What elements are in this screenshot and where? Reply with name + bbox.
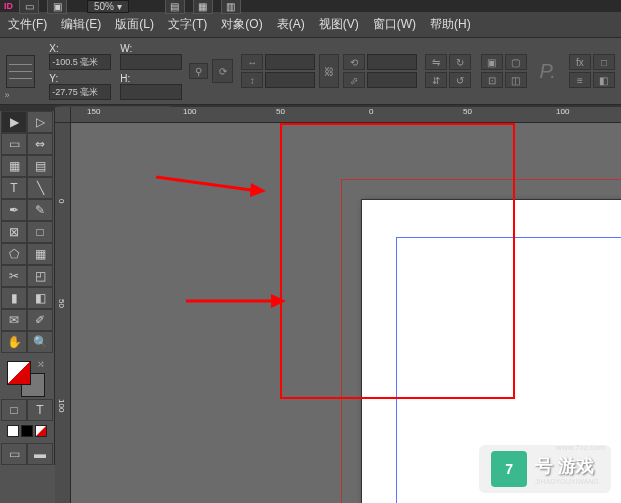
zoom-value: 50% bbox=[94, 1, 114, 12]
watermark-logo: 7 bbox=[491, 451, 527, 487]
apply-text-button[interactable]: T bbox=[27, 399, 53, 421]
fit-frame-icon[interactable]: ▢ bbox=[505, 54, 527, 70]
ruler-v-tick: 100 bbox=[57, 399, 66, 412]
menu-help[interactable]: 帮助(H) bbox=[430, 16, 471, 33]
menu-layout[interactable]: 版面(L) bbox=[115, 16, 154, 33]
menu-bar: 文件(F) 编辑(E) 版面(L) 文字(T) 对象(O) 表(A) 视图(V)… bbox=[0, 12, 621, 38]
default-fill-swatch[interactable] bbox=[7, 425, 19, 437]
eyedropper-tool[interactable]: ✐ bbox=[27, 309, 53, 331]
menu-table[interactable]: 表(A) bbox=[277, 16, 305, 33]
horizontal-ruler[interactable]: 150 100 50 0 50 100 bbox=[71, 107, 621, 123]
ruler-h-tick: 100 bbox=[183, 107, 196, 116]
ruler-h-tick: 150 bbox=[87, 107, 100, 116]
ruler-origin[interactable] bbox=[55, 107, 71, 123]
scale-y-input[interactable] bbox=[265, 72, 315, 88]
note-tool[interactable]: ✉ bbox=[1, 309, 27, 331]
watermark-text: 号 游戏 bbox=[535, 454, 599, 478]
fit-content-icon[interactable]: ▣ bbox=[481, 54, 503, 70]
menu-file[interactable]: 文件(F) bbox=[8, 16, 47, 33]
reference-point-grid[interactable] bbox=[6, 55, 35, 88]
stroke-icon[interactable]: □ bbox=[593, 54, 615, 70]
line-tool[interactable]: ╲ bbox=[27, 177, 53, 199]
direct-selection-tool[interactable]: ▷ bbox=[27, 111, 53, 133]
default-stroke-swatch[interactable] bbox=[21, 425, 33, 437]
ruler-h-tick: 50 bbox=[276, 107, 285, 116]
zoom-level-dropdown[interactable]: 50% ▾ bbox=[87, 0, 129, 13]
control-bar: X: W: Y: H: ⚲ ⟳ ↔ ↕ ⛓ ⟲ ⬀ ⇋↻ ⇵↺ ▣▢ ⊡◫ P.… bbox=[0, 38, 621, 105]
svg-marker-1 bbox=[250, 183, 266, 197]
constrain-icon[interactable]: ⛓ bbox=[319, 54, 338, 88]
canvas-area[interactable]: 7 号 游戏 JIHAOYOUXIWANG www.7xz.com bbox=[71, 123, 621, 503]
apply-color-button[interactable]: □ bbox=[1, 399, 27, 421]
rectangle-frame-tool[interactable]: ⊠ bbox=[1, 221, 27, 243]
toolbox: ▶▷ ▭⇔ ▦▤ T╲ ✒✎ ⊠□ ⬠▦ ✂◰ ▮◧ ✉✐ ✋🔍 ⤮ □T ▭▬ bbox=[0, 111, 55, 465]
svg-marker-3 bbox=[271, 294, 286, 308]
screen-mode-button[interactable]: ▣ bbox=[47, 0, 67, 14]
x-input[interactable] bbox=[49, 54, 111, 70]
normal-view-button[interactable]: ▭ bbox=[1, 443, 27, 465]
y-input[interactable] bbox=[49, 84, 111, 100]
free-transform-tool[interactable]: ◰ bbox=[27, 265, 53, 287]
ruler-v-tick: 0 bbox=[57, 199, 66, 203]
center-content-icon[interactable]: ⊡ bbox=[481, 72, 503, 88]
align-left-button[interactable]: ▤ bbox=[165, 0, 185, 14]
scale-y-icon[interactable]: ↕ bbox=[241, 72, 263, 88]
document-workspace: 150 100 50 0 50 100 0 50 100 7 号 游戏 JIHA… bbox=[55, 107, 621, 503]
fill-frame-icon[interactable]: ◫ bbox=[505, 72, 527, 88]
rotation-angle-icon[interactable]: ⟲ bbox=[343, 54, 365, 70]
fill-stroke-swatch[interactable]: ⤮ bbox=[5, 359, 49, 399]
vertical-ruler[interactable]: 0 50 100 bbox=[55, 123, 71, 503]
flip-h-icon[interactable]: ⇋ bbox=[425, 54, 447, 70]
align-right-button[interactable]: ▥ bbox=[221, 0, 241, 14]
toolbox-collapse-icon[interactable]: » bbox=[0, 90, 14, 100]
gradient-swatch-tool[interactable]: ▮ bbox=[1, 287, 27, 309]
menu-type[interactable]: 文字(T) bbox=[168, 16, 207, 33]
menu-edit[interactable]: 编辑(E) bbox=[61, 16, 101, 33]
link-wh-icon[interactable]: ⚲ bbox=[189, 63, 208, 79]
hand-tool[interactable]: ✋ bbox=[1, 331, 27, 353]
none-swatch[interactable] bbox=[35, 425, 47, 437]
shear-icon[interactable]: ⬀ bbox=[343, 72, 365, 88]
pencil-tool[interactable]: ✎ bbox=[27, 199, 53, 221]
watermark-url: www.7xz.com bbox=[556, 443, 605, 452]
scale-x-input[interactable] bbox=[265, 54, 315, 70]
content-placer-tool[interactable]: ▤ bbox=[27, 155, 53, 177]
scissors-tool[interactable]: ✂ bbox=[1, 265, 27, 287]
swap-fill-stroke-icon[interactable]: ⤮ bbox=[37, 359, 45, 369]
fill-swatch[interactable] bbox=[7, 361, 31, 385]
menu-window[interactable]: 窗口(W) bbox=[373, 16, 416, 33]
effects-icon[interactable]: fx bbox=[569, 54, 591, 70]
pen-tool[interactable]: ✒ bbox=[1, 199, 27, 221]
h-input[interactable] bbox=[120, 84, 182, 100]
y-label: Y: bbox=[49, 73, 58, 84]
rectangle-tool[interactable]: □ bbox=[27, 221, 53, 243]
rotate-ccw-icon[interactable]: ↺ bbox=[449, 72, 471, 88]
corner-icon[interactable]: ◧ bbox=[593, 72, 615, 88]
menu-view[interactable]: 视图(V) bbox=[319, 16, 359, 33]
zoom-tool[interactable]: 🔍 bbox=[27, 331, 53, 353]
rotate-cw-icon[interactable]: ↻ bbox=[449, 54, 471, 70]
flip-v-icon[interactable]: ⇵ bbox=[425, 72, 447, 88]
paragraph-style-icon[interactable]: P. bbox=[531, 56, 565, 86]
view-mode-button[interactable]: ▭ bbox=[19, 0, 39, 14]
ruler-h-tick: 100 bbox=[556, 107, 569, 116]
wrap-icon[interactable]: ≡ bbox=[569, 72, 591, 88]
preview-view-button[interactable]: ▬ bbox=[27, 443, 53, 465]
rotation-input[interactable] bbox=[367, 54, 417, 70]
app-topbar: ID ▭ ▣ 50% ▾ ▤ ▦ ▥ bbox=[0, 0, 621, 12]
rotate-icon[interactable]: ⟳ bbox=[212, 59, 233, 83]
w-input[interactable] bbox=[120, 54, 182, 70]
menu-object[interactable]: 对象(O) bbox=[221, 16, 262, 33]
gradient-feather-tool[interactable]: ◧ bbox=[27, 287, 53, 309]
content-collector-tool[interactable]: ▦ bbox=[1, 155, 27, 177]
scale-x-icon[interactable]: ↔ bbox=[241, 54, 263, 70]
shear-input[interactable] bbox=[367, 72, 417, 88]
ruler-h-tick: 50 bbox=[463, 107, 472, 116]
page-tool[interactable]: ▭ bbox=[1, 133, 27, 155]
table-tool[interactable]: ▦ bbox=[27, 243, 53, 265]
polygon-tool[interactable]: ⬠ bbox=[1, 243, 27, 265]
selection-tool[interactable]: ▶ bbox=[1, 111, 27, 133]
gap-tool[interactable]: ⇔ bbox=[27, 133, 53, 155]
align-center-button[interactable]: ▦ bbox=[193, 0, 213, 14]
type-tool[interactable]: T bbox=[1, 177, 27, 199]
